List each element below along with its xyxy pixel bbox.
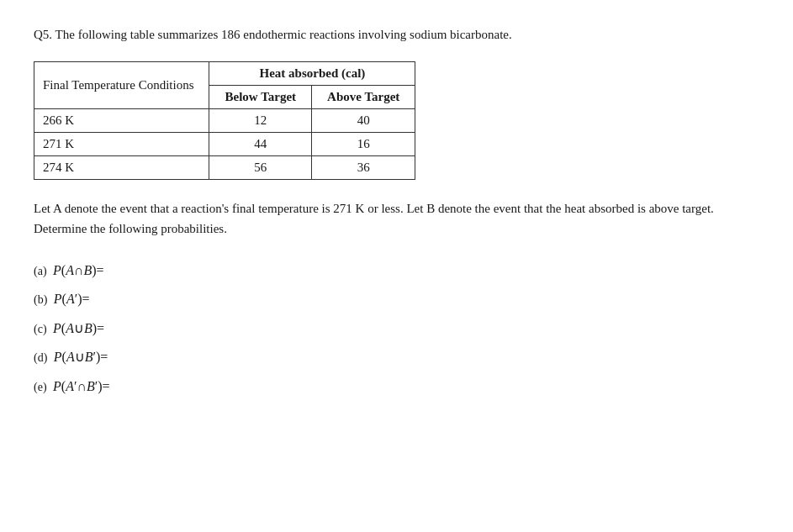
above-274: 36 [312, 155, 415, 179]
prob-item-c: (c) P(A∪B)= [34, 316, 759, 341]
description-text: Let A denote the event that a reaction's… [34, 198, 759, 240]
prob-label-a: (a) [34, 261, 50, 283]
condition-266: 266 K [34, 108, 209, 132]
prob-item-d: (d) P(A∪B′)= [34, 345, 759, 370]
table-row: 266 K 12 40 [34, 108, 415, 132]
above-266: 40 [312, 108, 415, 132]
prob-expr-a: P(A∩B)= [53, 258, 104, 283]
prob-expr-e: P(A′∩B′)= [53, 374, 110, 399]
above-271: 16 [312, 132, 415, 155]
below-274: 56 [209, 155, 312, 179]
prob-label-d: (d) [34, 347, 50, 370]
below-271: 44 [209, 132, 312, 155]
prob-expr-c: P(A∪B)= [53, 316, 104, 341]
below-266: 12 [209, 108, 312, 132]
table-row: 271 K 44 16 [34, 132, 415, 155]
prob-expr-b: P(A′)= [54, 287, 90, 312]
prob-item-e: (e) P(A′∩B′)= [34, 374, 759, 399]
prob-label-c: (c) [34, 319, 50, 341]
condition-271: 271 K [34, 132, 209, 155]
prob-label-e: (e) [34, 377, 50, 399]
prob-item-a: (a) P(A∩B)= [34, 258, 759, 283]
prob-item-b: (b) P(A′)= [34, 287, 759, 312]
data-table: Final Temperature Conditions Heat absorb… [34, 61, 759, 180]
table-row: 274 K 56 36 [34, 155, 415, 179]
table-subheader-above: Above Target [312, 85, 415, 108]
question-text: Q5. The following table summarizes 186 e… [34, 25, 759, 45]
condition-274: 274 K [34, 155, 209, 179]
table-header-condition: Final Temperature Conditions [34, 61, 209, 108]
table-header-heat: Heat absorbed (cal) [209, 61, 415, 85]
prob-label-b: (b) [34, 289, 50, 312]
prob-expr-d: P(A∪B′)= [54, 345, 108, 370]
probability-list: (a) P(A∩B)= (b) P(A′)= (c) P(A∪B)= (d) P… [34, 258, 759, 399]
table-subheader-below: Below Target [209, 85, 312, 108]
